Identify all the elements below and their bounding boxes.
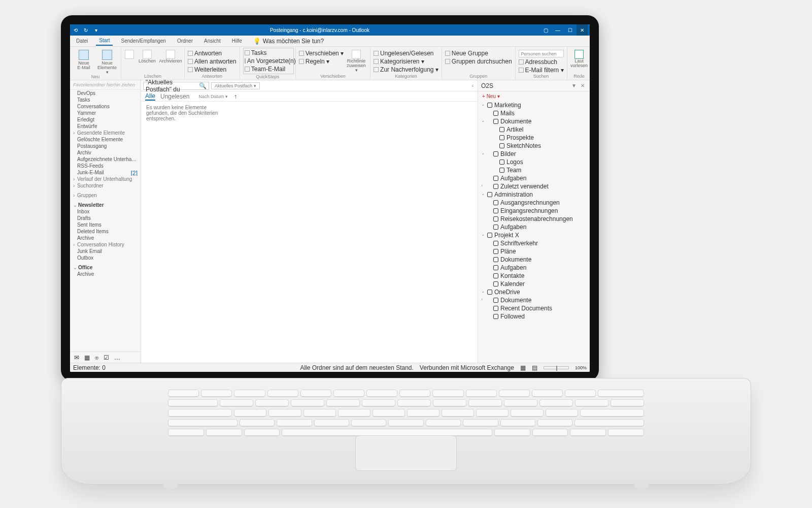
more-modules-icon[interactable]: … <box>114 354 120 361</box>
chevron-right-icon[interactable]: › <box>481 183 483 188</box>
folder-item[interactable]: Erledigt <box>70 116 141 123</box>
folder-item[interactable]: Archive <box>70 235 141 241</box>
follow-up-button[interactable]: Zur Nachverfolgung ▾ <box>374 66 438 73</box>
o2s-tree-item[interactable]: ⌄Bilder <box>480 150 588 158</box>
chevron-down-icon[interactable]: ⌄ <box>481 150 485 155</box>
people-module-icon[interactable]: ⍟ <box>95 354 98 361</box>
o2s-tree-item[interactable]: Eingangsrechnungen <box>480 207 588 215</box>
folder-item[interactable]: Conversations <box>70 103 141 110</box>
minimize-button[interactable]: ― <box>552 24 563 36</box>
folder-item[interactable]: Inbox <box>70 208 141 215</box>
o2s-tree-item[interactable]: ⌄Projekt X <box>480 231 588 239</box>
o2s-tree-item[interactable]: ⌄Dokumente <box>480 117 588 125</box>
folder-item[interactable]: Gruppen <box>70 192 141 199</box>
o2s-new-button[interactable]: Neu ▾ <box>478 91 590 101</box>
filter-tab-unread[interactable]: Ungelesen <box>160 93 189 100</box>
assign-policy-button[interactable]: Richtliniezuweisen ▾ <box>346 48 367 73</box>
folder-item[interactable]: Conversation History <box>70 241 141 248</box>
folder-item[interactable]: Postausgang <box>70 143 141 149</box>
folder-item[interactable]: Gesendete Elemente <box>70 130 141 136</box>
folder-item[interactable]: Tasks <box>70 97 141 103</box>
o2s-tree-item[interactable]: ⌄OneDrive <box>480 288 588 296</box>
categorize-button[interactable]: Kategorisieren ▾ <box>374 58 438 65</box>
chevron-down-icon[interactable]: ⌄ <box>481 118 485 123</box>
mail-module-icon[interactable]: ✉ <box>74 354 79 361</box>
zoom-slider[interactable] <box>544 366 569 369</box>
o2s-tree-item[interactable]: Prospekte <box>480 134 588 142</box>
o2s-tree-item[interactable]: Logos <box>480 158 588 166</box>
folder-item[interactable]: Junk-E-Mail[2] <box>70 169 141 176</box>
reply-all-button[interactable]: Allen antworten <box>188 58 236 65</box>
search-scope-dropdown[interactable]: Aktuelles Postfach ▾ <box>211 82 260 89</box>
o2s-tree-item[interactable]: Aufgaben <box>480 264 588 272</box>
account-header[interactable]: Office <box>70 264 141 271</box>
quickstep-tasks[interactable]: Tasks <box>245 49 292 56</box>
o2s-tree-item[interactable]: Aufgaben <box>480 174 588 182</box>
tab-ansicht[interactable]: Ansicht <box>201 37 224 45</box>
quickstep-team-email[interactable]: Team-E-Mail <box>245 66 292 73</box>
filter-tab-all[interactable]: Alle <box>145 92 155 101</box>
collapse-folder-pane-icon[interactable]: ‹ <box>470 83 476 88</box>
reply-button[interactable]: Antworten <box>188 50 236 57</box>
o2s-tree-item[interactable]: ⌄Administration <box>480 190 588 199</box>
quickstep-to-boss[interactable]: An Vorgesetzte(n) <box>245 57 292 65</box>
folder-item[interactable]: Junk Email <box>70 248 141 255</box>
o2s-pane-dropdown-icon[interactable]: ▼ <box>569 83 579 88</box>
maximize-button[interactable]: ☐ <box>564 24 576 36</box>
people-search-input[interactable]: Personen suchen <box>519 50 564 57</box>
tab-datei[interactable]: Datei <box>73 37 91 45</box>
folder-item[interactable]: Aufgezeichnete Unterhaltu… <box>70 156 141 163</box>
o2s-tree-item[interactable]: Artikel <box>480 125 588 134</box>
close-button[interactable]: ✕ <box>577 24 588 36</box>
o2s-tree-item[interactable]: Kalender <box>480 280 588 288</box>
new-email-button[interactable]: NeueE-Mail <box>73 48 94 70</box>
o2s-pane-close-icon[interactable]: ✕ <box>579 83 587 88</box>
address-book-button[interactable]: Adressbuch <box>519 58 564 66</box>
o2s-tree-item[interactable]: Ausgangsrechnungen <box>480 199 588 207</box>
o2s-tree-item[interactable]: Reisekostenabrechnungen <box>480 215 588 223</box>
folder-item[interactable]: DevOps <box>70 90 141 97</box>
tab-hilfe[interactable]: Hilfe <box>229 37 245 45</box>
new-group-button[interactable]: Neue Gruppe <box>445 50 512 57</box>
calendar-module-icon[interactable]: ▦ <box>84 354 90 361</box>
o2s-tree-item[interactable]: ⌄Marketing <box>480 101 588 109</box>
account-header[interactable]: Newsletter <box>70 202 141 208</box>
o2s-tree-item[interactable]: Team <box>480 166 588 174</box>
archive-button[interactable]: Archivieren <box>160 48 181 64</box>
filter-email-button[interactable]: E-Mail filtern ▾ <box>519 67 564 74</box>
read-aloud-button[interactable]: Lautvorlesen <box>570 48 588 68</box>
folder-item[interactable]: Entwürfe <box>70 123 141 130</box>
undo-icon[interactable]: ⟲ <box>72 27 79 33</box>
o2s-tree-item[interactable]: Followed <box>480 312 588 321</box>
view-normal-icon[interactable]: ▦ <box>520 364 526 371</box>
o2s-tree-item[interactable]: SketchNotes <box>480 142 588 150</box>
chevron-down-icon[interactable]: ⌄ <box>481 232 485 237</box>
rules-button[interactable]: Regeln ▾ <box>299 58 344 65</box>
sort-direction-icon[interactable]: ↑ <box>234 93 237 100</box>
folder-item[interactable]: Drafts <box>70 215 141 221</box>
ignore-button[interactable] <box>124 48 134 59</box>
o2s-tree-item[interactable]: Schriftverkehr <box>480 239 588 247</box>
folder-item[interactable]: Archiv <box>70 149 141 156</box>
folder-item[interactable]: Sent Items <box>70 221 141 228</box>
chevron-down-icon[interactable]: ⌄ <box>481 289 485 294</box>
view-reading-icon[interactable]: ▤ <box>532 364 537 371</box>
tab-ordner[interactable]: Ordner <box>174 37 196 45</box>
tab-senden-empfangen[interactable]: Senden/Empfangen <box>118 37 168 45</box>
ribbon-display-options-icon[interactable]: ▢ <box>540 24 551 36</box>
folder-item[interactable]: Suchordner <box>70 182 141 189</box>
qat-customize-icon[interactable]: ▾ <box>92 27 99 33</box>
delete-button[interactable]: Löschen <box>137 48 158 64</box>
o2s-tree-item[interactable]: Aufgaben <box>480 223 588 231</box>
folder-item[interactable]: Deleted Items <box>70 228 141 235</box>
o2s-tree-item[interactable]: Dokumente <box>480 256 588 264</box>
chevron-right-icon[interactable]: › <box>481 297 483 302</box>
o2s-tree-item[interactable]: ›Dokumente <box>480 296 588 304</box>
new-items-button[interactable]: NeueElemente ▾ <box>96 48 118 75</box>
o2s-tree-item[interactable]: Recent Documents <box>480 304 588 312</box>
chevron-down-icon[interactable]: ⌄ <box>481 102 485 107</box>
folder-item[interactable]: Outbox <box>70 255 141 261</box>
forward-button[interactable]: Weiterleiten <box>188 66 236 73</box>
folder-item[interactable]: Yammer <box>70 110 141 116</box>
folder-item[interactable]: Verlauf der Unterhaltung <box>70 176 141 182</box>
